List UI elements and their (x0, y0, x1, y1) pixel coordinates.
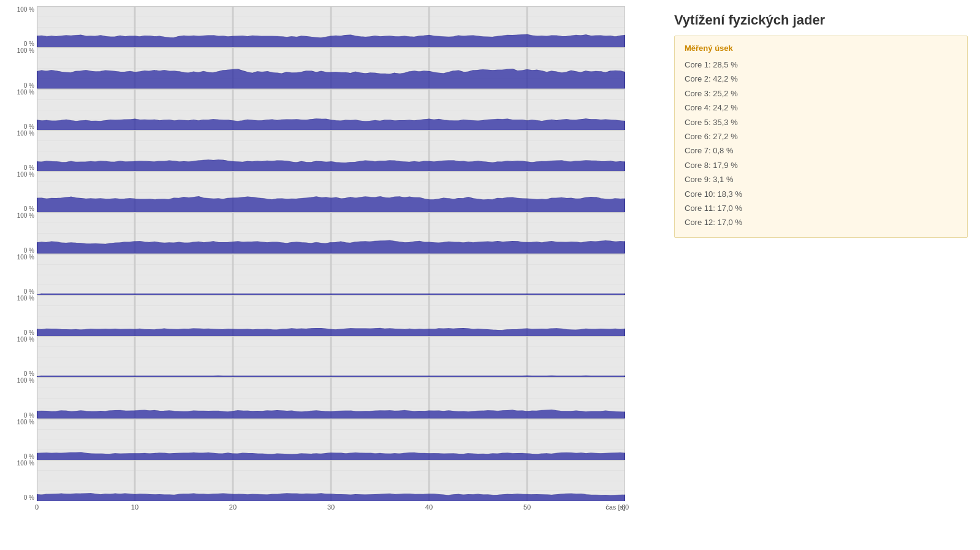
core-stat-9: Core 9: 3,1 % (685, 172, 957, 186)
panel-subtitle: Měřený úsek (685, 44, 957, 53)
core-4-label-0: 0 % (7, 164, 34, 171)
core-row-9: 100 %0 % (37, 336, 625, 377)
core-1-label-100: 100 % (7, 6, 34, 13)
core-8-chart (37, 295, 625, 336)
core-row-10: 100 %0 % (37, 377, 625, 418)
x-tick-20: 20 (229, 503, 237, 511)
core-row-8: 100 %0 % (37, 295, 625, 336)
x-tick-30: 30 (327, 503, 335, 511)
core-row-3: 100 %0 % (37, 89, 625, 130)
core-stat-7: Core 7: 0,8 % (685, 143, 957, 158)
core-6-label-0: 0 % (7, 247, 34, 254)
core-row-5: 100 %0 % (37, 171, 625, 212)
core-stat-3: Core 3: 25,2 % (685, 86, 957, 101)
x-tick-10: 10 (131, 503, 139, 511)
core-stat-4: Core 4: 24,2 % (685, 101, 957, 115)
x-tick-50: 50 (523, 503, 531, 511)
sidebar-title: Vytížení fyzických jader (674, 12, 968, 28)
core-6-chart (37, 212, 625, 253)
core-row-1: 100 %0 % (37, 6, 625, 47)
core-row-2: 100 %0 % (37, 47, 625, 88)
core-stats-list: Core 1: 28,5 %Core 2: 42,2 %Core 3: 25,2… (685, 58, 957, 230)
core-10-label-100: 100 % (7, 377, 34, 384)
core-9-chart (37, 336, 625, 377)
core-2-label-0: 0 % (7, 82, 34, 89)
sidebar: Vytížení fyzických jader Měřený úsek Cor… (662, 0, 980, 550)
core-3-label-0: 0 % (7, 123, 34, 130)
x-tick-0: 0 (35, 503, 39, 511)
core-row-6: 100 %0 % (37, 212, 625, 253)
core-row-7: 100 %0 % (37, 254, 625, 295)
core-10-chart (37, 377, 625, 418)
core-1-label-0: 0 % (7, 40, 34, 47)
core-6-label-100: 100 % (7, 212, 34, 219)
core-2-chart (37, 47, 625, 88)
core-stat-5: Core 5: 35,3 % (685, 115, 957, 129)
core-3-label-100: 100 % (7, 89, 34, 96)
core-11-chart (37, 419, 625, 460)
core-stat-12: Core 12: 17,0 % (685, 215, 957, 229)
core-11-label-0: 0 % (7, 453, 34, 460)
core-7-chart (37, 254, 625, 295)
core-7-label-100: 100 % (7, 254, 34, 261)
core-3-chart (37, 89, 625, 130)
x-tick-40: 40 (425, 503, 433, 511)
x-axis-label: čas [s] (606, 503, 625, 511)
core-4-label-100: 100 % (7, 130, 34, 137)
sidebar-panel: Měřený úsek Core 1: 28,5 %Core 2: 42,2 %… (674, 36, 968, 238)
core-12-label-100: 100 % (7, 460, 34, 467)
core-8-label-0: 0 % (7, 329, 34, 336)
core-stat-10: Core 10: 18,3 % (685, 187, 957, 201)
x-axis: 0102030405060čas [s] (37, 501, 625, 519)
core-stat-8: Core 8: 17,9 % (685, 158, 957, 172)
core-12-label-0: 0 % (7, 494, 34, 501)
core-row-12: 100 %0 % (37, 460, 625, 501)
core-row-11: 100 %0 % (37, 419, 625, 460)
core-5-chart (37, 171, 625, 212)
core-7-label-0: 0 % (7, 288, 34, 295)
core-5-label-0: 0 % (7, 205, 34, 212)
core-2-label-100: 100 % (7, 47, 34, 54)
core-10-label-0: 0 % (7, 412, 34, 419)
core-9-label-100: 100 % (7, 336, 34, 343)
core-stat-1: Core 1: 28,5 % (685, 58, 957, 72)
core-stat-2: Core 2: 42,2 % (685, 72, 957, 86)
core-5-label-100: 100 % (7, 171, 34, 178)
core-row-4: 100 %0 % (37, 130, 625, 171)
chart-area: 100 %0 %100 %0 %100 %0 %100 %0 %100 %0 %… (0, 0, 662, 550)
core-9-label-0: 0 % (7, 370, 34, 377)
cores-container: 100 %0 %100 %0 %100 %0 %100 %0 %100 %0 %… (37, 6, 625, 501)
core-12-chart (37, 460, 625, 501)
core-stat-6: Core 6: 27,2 % (685, 129, 957, 143)
core-8-label-100: 100 % (7, 295, 34, 302)
core-stat-11: Core 11: 17,0 % (685, 201, 957, 215)
core-11-label-100: 100 % (7, 419, 34, 426)
core-1-chart (37, 6, 625, 47)
core-4-chart (37, 130, 625, 171)
